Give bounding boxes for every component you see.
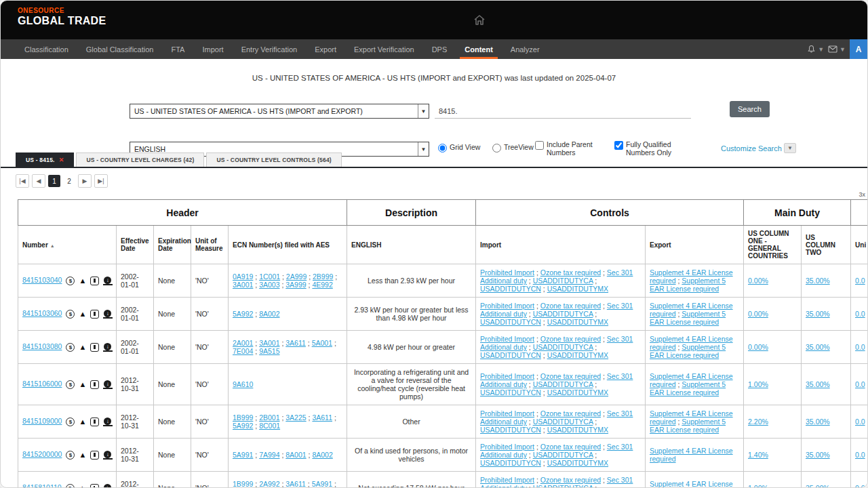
import-control-link[interactable]: USADDITDUTYMX — [547, 388, 608, 396]
ecn-link[interactable]: 7A994 — [259, 451, 279, 459]
import-control-link[interactable]: USADDITDUTYMX — [547, 318, 608, 326]
download-icon[interactable]: ↓ — [103, 418, 113, 426]
warning-triangle-icon[interactable]: ▲ — [79, 381, 86, 388]
import-control-link[interactable]: Ozone tax required — [540, 302, 601, 310]
first-page-button[interactable]: |◀ — [16, 174, 29, 188]
col-import[interactable]: Import — [476, 226, 646, 264]
ecn-link[interactable]: 3A001 — [233, 281, 253, 289]
customize-search-chevron-icon[interactable]: ▼ — [784, 143, 796, 153]
last-page-button[interactable]: ▶| — [94, 174, 108, 188]
ecn-link[interactable]: 2B001 — [259, 413, 279, 422]
customize-search-link[interactable]: Customize Search — [721, 144, 782, 152]
ecn-link[interactable]: 5A991 — [233, 451, 253, 459]
nav-fta[interactable]: FTA — [162, 39, 193, 59]
notes-icon[interactable] — [90, 484, 99, 488]
duty-col-two-link[interactable]: 35.00% — [806, 343, 830, 351]
tree-view-radio[interactable]: TreeView — [492, 143, 534, 152]
import-control-link[interactable]: Ozone tax required — [540, 443, 601, 451]
warning-triangle-icon[interactable]: ▲ — [79, 418, 86, 426]
ecn-link[interactable]: 4E992 — [312, 281, 332, 289]
hts-number-link[interactable]: 8415106000 — [22, 380, 62, 388]
import-control-link[interactable]: USADDITDUTYCN — [480, 388, 541, 396]
duty-clipped-link[interactable]: 0.0 — [855, 380, 865, 388]
ecn-link[interactable]: 0A919 — [233, 272, 253, 281]
notes-icon[interactable] — [90, 343, 99, 352]
duty-col-one-link[interactable]: 1.00% — [748, 380, 768, 388]
export-control-link[interactable]: Supplemet 4 EAR License required — [650, 447, 733, 463]
import-control-link[interactable]: Prohibited Import — [480, 476, 534, 484]
prev-page-button[interactable]: ◀ — [32, 174, 45, 188]
warning-triangle-icon[interactable]: ▲ — [79, 485, 86, 488]
ecn-link[interactable]: 5A001 — [312, 339, 332, 347]
duty-clipped-link[interactable]: 0.0 — [855, 418, 865, 426]
duty-rate-icon[interactable]: $ — [66, 380, 75, 389]
dropdown-arrow-icon[interactable]: ▼ — [418, 104, 429, 118]
notes-icon[interactable] — [90, 310, 99, 319]
import-control-link[interactable]: Prohibited Import — [480, 268, 534, 277]
ecn-link[interactable]: 5A992 — [233, 422, 253, 430]
col-expiration-date[interactable]: Expiration Date — [154, 226, 191, 264]
grid-view-radio-input[interactable] — [438, 144, 447, 152]
duty-clipped-link[interactable]: 0.0 — [855, 310, 865, 318]
ecn-link[interactable]: 2A001 — [233, 339, 253, 347]
warning-triangle-icon[interactable]: ▲ — [79, 277, 86, 285]
import-control-link[interactable]: USADDITDUTYCA — [533, 277, 593, 285]
import-control-link[interactable]: USADDITDUTYMX — [547, 426, 608, 434]
col-export[interactable]: Export — [646, 226, 744, 264]
import-control-link[interactable]: USADDITDUTYCA — [533, 310, 593, 318]
export-control-link[interactable]: Supplemet 4 EAR License required — [650, 480, 733, 488]
ecn-link[interactable]: 3A999 — [285, 281, 306, 289]
ecn-link[interactable]: 1C001 — [259, 272, 280, 281]
fully-qualified-checkbox-input[interactable] — [614, 141, 623, 150]
duty-col-one-link[interactable]: 1.40% — [748, 451, 768, 459]
notes-icon[interactable] — [90, 277, 99, 285]
search-button[interactable]: Search — [730, 101, 770, 117]
ecn-link[interactable]: 7E004 — [233, 347, 253, 355]
ecn-link[interactable]: 9A515 — [259, 347, 279, 355]
duty-rate-icon[interactable]: $ — [66, 277, 75, 285]
notes-icon[interactable] — [90, 418, 99, 426]
page-number-1[interactable]: 1 — [48, 175, 60, 187]
duty-col-one-link[interactable]: 0.00% — [748, 310, 768, 318]
import-control-link[interactable]: Ozone tax required — [540, 409, 601, 418]
import-control-link[interactable]: USADDITDUTYMX — [547, 351, 608, 359]
nav-dps[interactable]: DPS — [423, 39, 456, 59]
ecn-link[interactable]: 1B999 — [233, 413, 253, 422]
import-control-link[interactable]: Ozone tax required — [540, 476, 601, 484]
close-icon[interactable]: ✕ — [59, 157, 64, 163]
import-control-link[interactable]: USADDITDUTYCN — [480, 351, 541, 359]
database-select[interactable]: US - UNITED STATES OF AMERICA - US HTS (… — [130, 104, 429, 119]
import-control-link[interactable]: USADDITDUTYCN — [480, 285, 541, 293]
download-icon[interactable]: ↓ — [103, 343, 113, 352]
tab-country-level-controls[interactable]: US - COUNTRY LEVEL CONTROLS (564) — [206, 152, 341, 167]
ecn-link[interactable]: 3A611 — [285, 339, 306, 347]
nav-global-classification[interactable]: Global Classification — [77, 39, 163, 59]
hts-number-link[interactable]: 8415103060 — [22, 309, 62, 317]
notes-icon[interactable] — [90, 451, 99, 460]
warning-triangle-icon[interactable]: ▲ — [79, 344, 86, 351]
ecn-link[interactable]: 8C001 — [259, 422, 280, 430]
messages-menu[interactable]: ▼ — [828, 45, 846, 53]
ecn-link[interactable]: 3A611 — [312, 413, 332, 422]
hts-number-link[interactable]: 8415109000 — [22, 417, 62, 425]
import-control-link[interactable]: USADDITDUTYCA — [533, 484, 593, 488]
nav-export-verification[interactable]: Export Verification — [345, 39, 423, 59]
download-icon[interactable]: ↓ — [103, 380, 113, 389]
import-control-link[interactable]: USADDITDUTYCA — [533, 418, 593, 426]
import-control-link[interactable]: USADDITDUTYCA — [533, 451, 593, 459]
duty-clipped-link[interactable]: 0.0 — [855, 484, 865, 488]
grid-view-radio[interactable]: Grid View — [438, 143, 480, 152]
duty-col-two-link[interactable]: 35.00% — [806, 277, 830, 285]
ecn-link[interactable]: 8A002 — [312, 451, 332, 459]
duty-rate-icon[interactable]: $ — [66, 451, 75, 460]
duty-rate-icon[interactable]: $ — [66, 418, 75, 426]
hts-number-link[interactable]: 8415200000 — [22, 450, 62, 458]
nav-export[interactable]: Export — [306, 39, 345, 59]
tab-us-8415[interactable]: US - 8415. ✕ — [16, 152, 74, 167]
tree-view-radio-input[interactable] — [492, 144, 501, 152]
import-control-link[interactable]: Prohibited Import — [480, 409, 534, 418]
hts-number-link[interactable]: 8415810110 — [22, 483, 62, 488]
duty-col-two-link[interactable]: 35.00% — [806, 451, 830, 459]
nav-analyzer[interactable]: Analyzer — [502, 39, 549, 59]
notifications-menu[interactable]: ▼ — [807, 45, 824, 54]
